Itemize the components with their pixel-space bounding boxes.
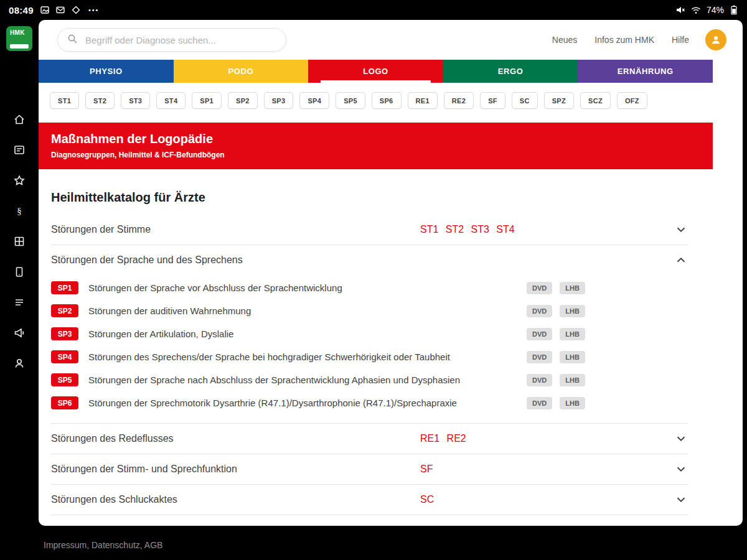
svg-text:§: § [17, 206, 22, 216]
section-codes: RE1 RE2 [420, 433, 466, 444]
chip-sp4[interactable]: SP4 [299, 92, 329, 109]
app-logo[interactable]: HMK [6, 26, 32, 51]
chip-st1[interactable]: ST1 [50, 92, 79, 109]
chip-re1[interactable]: RE1 [408, 92, 438, 109]
dvd-badge[interactable]: DVD [527, 374, 552, 386]
link-hilfe[interactable]: Hilfe [672, 35, 689, 45]
item-label: Störungen der Sprache nach Abschluss der… [88, 375, 527, 385]
clock: 08:49 [9, 5, 34, 16]
lhb-badge[interactable]: LHB [560, 374, 585, 386]
page-banner: Maßnahmen der Logopädie Diagnosegruppen,… [39, 123, 713, 169]
code-badge: SP5 [51, 373, 78, 386]
megaphone-icon[interactable] [13, 327, 26, 339]
home-icon[interactable] [13, 113, 26, 126]
message-icon [56, 6, 65, 14]
list-item-sp6[interactable]: SP6 Störungen der Sprechmotorik Dysarthr… [51, 391, 688, 414]
section-header[interactable]: Störungen der Stimme ST1 ST2 ST3 ST4 [51, 215, 688, 245]
chip-sp3[interactable]: SP3 [264, 92, 294, 109]
section-title: Störungen des Schluckaktes [51, 494, 420, 505]
search-input[interactable] [84, 34, 276, 46]
chevron-down-icon[interactable] [674, 493, 688, 506]
chip-sp6[interactable]: SP6 [372, 92, 402, 109]
discipline-tabs: PHYSIO PODO LOGO ERGO ERNÄHRUNG [39, 60, 713, 83]
paragraph-icon[interactable]: § [13, 205, 26, 217]
code-badge: SP6 [51, 396, 78, 409]
item-label: Störungen der Sprechmotorik Dysarthrie (… [88, 398, 527, 408]
tablet-icon[interactable] [13, 266, 26, 278]
app-logo-label: HMK [10, 29, 29, 36]
accordion-section-redefluss: Störungen des Redeflusses RE1 RE2 [51, 424, 688, 454]
lhb-badge[interactable]: LHB [560, 328, 585, 340]
chip-ofz[interactable]: OFZ [617, 92, 647, 109]
chip-sc[interactable]: SC [512, 92, 538, 109]
logo-bar [10, 44, 29, 49]
news-icon[interactable] [13, 144, 26, 156]
search-box[interactable] [57, 28, 286, 52]
chevron-down-icon[interactable] [674, 462, 688, 476]
dvd-badge[interactable]: DVD [527, 351, 552, 363]
lhb-badge[interactable]: LHB [560, 282, 585, 294]
dvd-badge[interactable]: DVD [527, 328, 552, 340]
section-header[interactable]: Störungen der Stimm- und Sprechfunktion … [51, 454, 688, 484]
tab-physio[interactable]: PHYSIO [39, 60, 174, 83]
link-infos-zum-hmk[interactable]: Infos zum HMK [594, 35, 654, 45]
chip-re2[interactable]: RE2 [444, 92, 474, 109]
lhb-badge[interactable]: LHB [560, 397, 585, 409]
list-icon[interactable] [13, 296, 26, 309]
tab-ergo[interactable]: ERGO [443, 60, 578, 83]
item-label: Störungen der auditiven Wahrnehmung [88, 306, 527, 316]
chevron-up-icon[interactable] [674, 253, 688, 267]
section-header[interactable]: Störungen des Schluckaktes SC [51, 485, 688, 515]
wifi-icon [691, 6, 701, 14]
item-label: Störungen der Sprache vor Abschluss der … [88, 282, 527, 293]
item-label: Störungen der Artikulation, Dyslalie [88, 329, 527, 339]
volume-muted-icon [676, 6, 685, 14]
dvd-badge[interactable]: DVD [527, 282, 552, 294]
link-neues[interactable]: Neues [552, 35, 577, 45]
chip-sp2[interactable]: SP2 [228, 92, 258, 109]
share-icon [72, 6, 80, 14]
lhb-badge[interactable]: LHB [560, 351, 585, 363]
dvd-badge[interactable]: DVD [527, 305, 552, 317]
chip-spz[interactable]: SPZ [544, 92, 574, 109]
dvd-badge[interactable]: DVD [527, 397, 552, 409]
chip-sp1[interactable]: SP1 [192, 92, 222, 109]
code-badge: SP3 [51, 327, 78, 340]
chip-sf[interactable]: SF [480, 92, 505, 109]
grid-icon[interactable] [13, 235, 26, 248]
list-item-sp2[interactable]: SP2 Störungen der auditiven Wahrnehmung … [51, 299, 688, 322]
user-icon[interactable] [13, 357, 26, 370]
chip-sp5[interactable]: SP5 [336, 92, 365, 109]
chip-scz[interactable]: SCZ [580, 92, 611, 109]
section-title: Störungen der Stimm- und Sprechfunktion [51, 464, 420, 475]
code-badge: SP1 [51, 281, 78, 294]
lhb-badge[interactable]: LHB [560, 305, 585, 317]
chevron-down-icon[interactable] [674, 432, 688, 446]
status-bar: 08:49 ••• 74% [0, 0, 747, 20]
accordion-section-sprache: Störungen der Sprache und des Sprechens … [51, 245, 688, 424]
code-chip-row: ST1 ST2 ST3 ST4 SP1 SP2 SP3 SP4 SP5 SP6 … [39, 83, 713, 116]
list-item-sp4[interactable]: SP4 Störungen des Sprechens/der Sprache … [51, 345, 688, 368]
tab-logo[interactable]: LOGO [308, 60, 443, 83]
list-item-sp5[interactable]: SP5 Störungen der Sprache nach Abschluss… [51, 368, 688, 391]
chip-st2[interactable]: ST2 [85, 92, 115, 109]
chevron-down-icon[interactable] [674, 223, 688, 236]
avatar[interactable] [705, 29, 726, 50]
tab-ernaehrung[interactable]: ERNÄHRUNG [578, 60, 713, 83]
chip-st3[interactable]: ST3 [121, 92, 150, 109]
search-icon [67, 34, 78, 47]
list-item-sp3[interactable]: SP3 Störungen der Artikulation, Dyslalie… [51, 322, 688, 345]
star-icon[interactable] [13, 174, 26, 187]
section-header[interactable]: Störungen des Redeflusses RE1 RE2 [51, 424, 688, 454]
footer-links[interactable]: Impressum, Datenschutz, AGB [44, 540, 162, 550]
chip-st4[interactable]: ST4 [156, 92, 186, 109]
list-item-sp1[interactable]: SP1 Störungen der Sprache vor Abschluss … [51, 276, 688, 299]
code-badge: SP4 [51, 350, 78, 363]
tab-podo[interactable]: PODO [174, 60, 309, 83]
accordion-section-stimme: Störungen der Stimme ST1 ST2 ST3 ST4 [51, 215, 688, 245]
section-title: Störungen des Redeflusses [51, 433, 420, 444]
section-header[interactable]: Störungen der Sprache und des Sprechens [51, 245, 688, 275]
diagnosis-accordion: Störungen der Stimme ST1 ST2 ST3 ST4 Stö… [51, 215, 688, 515]
left-rail: HMK § [0, 20, 39, 560]
item-label: Störungen des Sprechens/der Sprache bei … [88, 352, 527, 362]
